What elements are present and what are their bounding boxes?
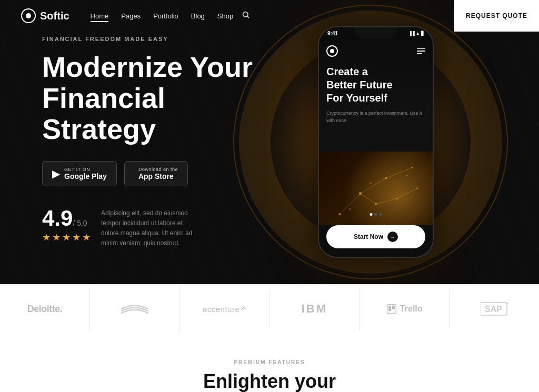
phone-hero-title: Create a Better Future For Yourself [326, 65, 425, 105]
partner-accenture: accenture [180, 290, 270, 328]
start-arrow-icon: → [387, 232, 398, 242]
hero-section: FINANCIAL FREEDOM MADE EASY Modernize Yo… [0, 0, 539, 284]
rating-stars: ★ ★ ★ ★ ★ [42, 232, 91, 243]
premium-label: PREMIUM FEATURES [21, 359, 518, 365]
hero-content: FINANCIAL FREEDOM MADE EASY Modernize Yo… [0, 36, 263, 249]
partner-trello: Trello [360, 289, 450, 329]
google-play-text: GET IT ON Google Play [64, 167, 107, 180]
phone-hero-text: Cryptocurrency is a perfect investment. … [326, 110, 425, 124]
partners-bar: Deloitte. accenture IBM Trello SAP [0, 284, 539, 333]
nav-pages[interactable]: Pages [121, 12, 141, 20]
partner-deloitte: Deloitte. [0, 289, 90, 329]
rating-value: 4.9/ 5.0 ★ ★ ★ ★ ★ [42, 207, 91, 243]
nav-portfolio[interactable]: Portfolio [153, 12, 178, 20]
svg-line-1 [247, 16, 249, 18]
phone-header-bar [326, 45, 425, 57]
phone-content: Create a Better Future For Yourself Cryp… [319, 27, 433, 257]
svg-text:SAP: SAP [485, 305, 502, 314]
phone-logo-dot [330, 49, 334, 53]
app-store-text: Download on the App Store [138, 167, 178, 180]
logo-icon [21, 8, 36, 23]
logo[interactable]: Softic [21, 8, 69, 23]
phone-menu-icon [417, 48, 425, 54]
app-store-button[interactable]: Download on the App Store [124, 161, 188, 186]
star-5: ★ [82, 232, 91, 243]
main-nav: Home Pages Portfolio Blog Shop [69, 11, 234, 21]
hero-rating: 4.9/ 5.0 ★ ★ ★ ★ ★ Adipiscing elit, sed … [42, 207, 263, 249]
logo-text: Softic [40, 10, 69, 22]
hero-subtitle: FINANCIAL FREEDOM MADE EASY [42, 36, 263, 42]
svg-rect-22 [388, 306, 391, 311]
phone-mockup: 9:41 ▐▐ ▲ ▊ Create a Better Future For Y… [318, 26, 434, 258]
partner-bofa [90, 285, 180, 333]
nav-blog[interactable]: Blog [191, 12, 205, 20]
rating-description: Adipiscing elit, sed do eiusmod tempor i… [101, 208, 196, 249]
request-quote-button[interactable]: REQUEST QUOTE [454, 0, 539, 32]
nav-shop[interactable]: Shop [217, 12, 233, 20]
search-icon[interactable] [242, 11, 250, 21]
star-4: ★ [72, 232, 81, 243]
phone-carousel-dots [370, 213, 382, 216]
hero-title: Modernize Your Financial Strategy [42, 52, 263, 145]
star-2: ★ [52, 232, 61, 243]
hero-buttons: ▶ GET IT ON Google Play Download on the … [42, 161, 263, 186]
header: Softic Home Pages Portfolio Blog Shop RE… [0, 0, 539, 32]
premium-section: PREMIUM FEATURES Enlighten your [0, 333, 539, 392]
svg-rect-23 [392, 306, 395, 309]
star-3: ★ [62, 232, 71, 243]
premium-title: Enlighten your [21, 370, 518, 392]
nav-home[interactable]: Home [91, 12, 109, 22]
phone-start-button[interactable]: Start Now → [326, 225, 425, 248]
google-play-button[interactable]: ▶ GET IT ON Google Play [42, 161, 117, 186]
partner-ibm: IBM [270, 287, 360, 330]
play-icon: ▶ [52, 168, 60, 179]
phone-logo-icon [326, 45, 338, 57]
star-1: ★ [42, 232, 51, 243]
partner-sap: SAP [450, 287, 539, 331]
